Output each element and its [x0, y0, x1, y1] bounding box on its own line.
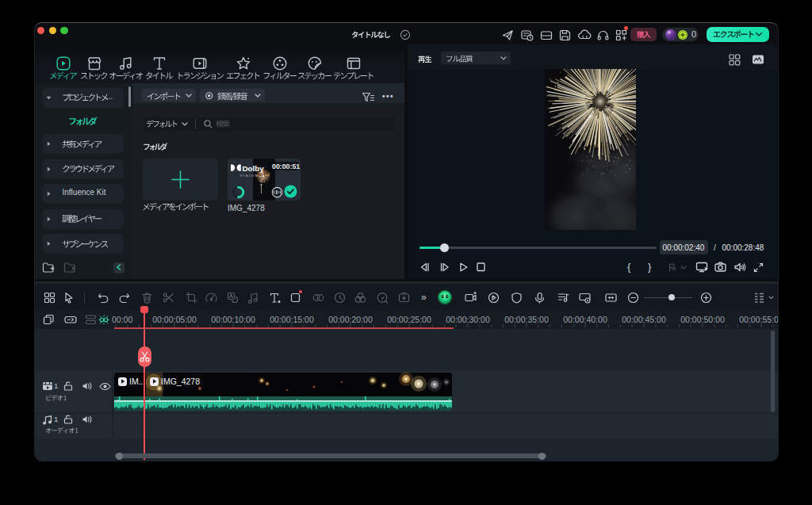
svg-text:Dolby: Dolby [242, 163, 264, 172]
svg-text:VISION: VISION [239, 174, 259, 178]
